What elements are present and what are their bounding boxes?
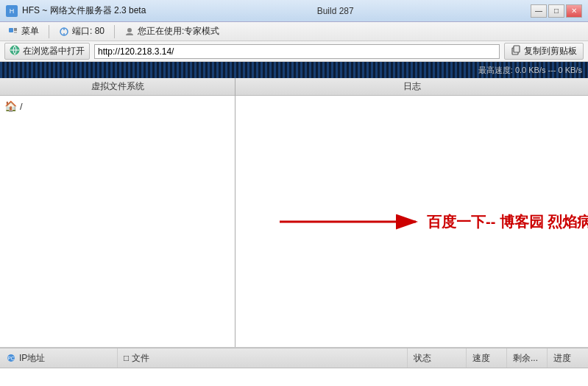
separator2 — [114, 25, 115, 38]
separator — [49, 25, 49, 38]
minimize-button[interactable]: — — [531, 4, 547, 18]
col-remaining: 剩余... — [507, 348, 548, 368]
col-status: 状态 — [408, 348, 467, 368]
root-label: / — [20, 101, 23, 112]
speed-text: 最高速度: 0.0 KB/s --- 0 KB/s — [478, 65, 582, 76]
left-panel: 虚拟文件系统 🏠 / — [0, 78, 235, 347]
svg-text:PC: PC — [7, 356, 15, 361]
address-bar: 在浏览器中打开 复制到剪贴板 — [0, 41, 588, 62]
home-icon: 🏠 — [4, 100, 17, 112]
conn-list-header: PC IP地址 □ 文件 状态 速度 剩余... 进度 — [0, 348, 588, 368]
log-header: 日志 — [235, 78, 588, 96]
fs-root-item[interactable]: 🏠 / — [3, 99, 232, 113]
menu-label: 菜单 — [21, 25, 39, 38]
maximize-button[interactable]: □ — [548, 4, 564, 18]
file-col-icon: □ — [124, 353, 129, 363]
conn-list-body — [0, 368, 588, 386]
col-progress: 进度 — [548, 348, 588, 368]
port-icon — [59, 27, 69, 37]
menu-button[interactable]: 菜单 — [3, 23, 44, 40]
close-button[interactable]: ✕ — [566, 4, 582, 18]
port-item[interactable]: 端口: 80 — [54, 23, 110, 40]
main-content: 虚拟文件系统 🏠 / 日志 — [0, 78, 588, 348]
svg-rect-10 — [514, 46, 520, 52]
svg-point-6 — [127, 28, 132, 32]
annotation-text: 百度一下-- 博客园 烈焰病毒 — [427, 211, 588, 231]
copy-icon — [511, 45, 521, 57]
build-label: Build 287 — [317, 6, 354, 16]
copy-button[interactable]: 复制到剪贴板 — [504, 43, 584, 60]
speed-bar: 最高速度: 0.0 KB/s --- 0 KB/s — [0, 62, 588, 78]
app-icon: H — [6, 5, 18, 17]
vfs-header: 虚拟文件系统 — [0, 78, 235, 96]
copy-label: 复制到剪贴板 — [524, 45, 577, 57]
col-file: □ 文件 — [118, 348, 408, 368]
vfs-body[interactable]: 🏠 / — [0, 96, 235, 347]
window-controls: — □ ✕ — [531, 4, 582, 18]
right-panel: 日志 百度一下-- 博客园 烈焰病毒 — [235, 78, 588, 347]
network-icon: PC — [6, 353, 16, 363]
col-ip: PC IP地址 — [0, 348, 118, 368]
arrow-svg — [280, 207, 427, 236]
menu-icon — [8, 27, 18, 37]
svg-rect-0 — [9, 28, 13, 32]
title-bar: H HFS ~ 网络文件服务器 2.3 beta Build 287 — □ ✕ — [0, 0, 588, 22]
port-label: 端口: 80 — [72, 25, 105, 38]
mode-item[interactable]: 您正在使用:专家模式 — [119, 23, 224, 40]
col-speed: 速度 — [467, 348, 507, 368]
log-body[interactable]: 百度一下-- 博客园 烈焰病毒 — [235, 96, 588, 347]
mode-label: 您正在使用:专家模式 — [138, 25, 219, 38]
mode-icon — [124, 27, 135, 37]
svg-rect-1 — [14, 28, 17, 31]
open-browser-button[interactable]: 在浏览器中打开 — [4, 43, 90, 60]
browser-icon — [10, 45, 20, 57]
url-input[interactable] — [94, 44, 500, 59]
title-left: H HFS ~ 网络文件服务器 2.3 beta — [6, 4, 146, 17]
menu-bar: 菜单 端口: 80 您正在使用:专家模式 — [0, 22, 588, 41]
open-browser-label: 在浏览器中打开 — [23, 45, 85, 57]
app-title: HFS ~ 网络文件服务器 2.3 beta — [22, 4, 146, 17]
